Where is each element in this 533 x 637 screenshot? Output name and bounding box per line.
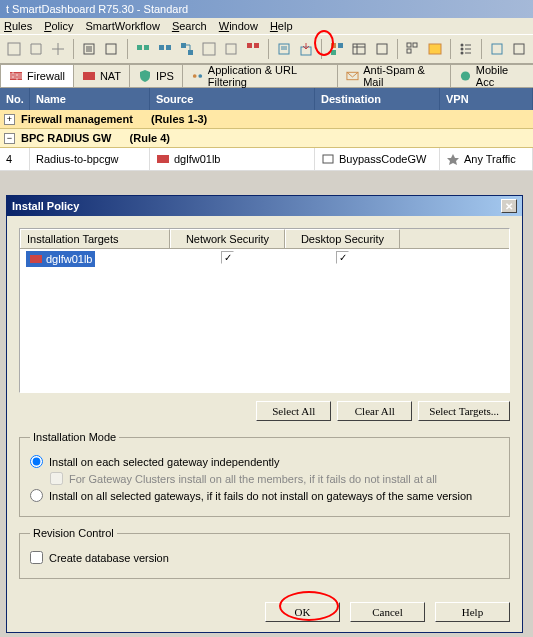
menu-policy[interactable]: Policy xyxy=(44,20,73,32)
tb-icon-12[interactable] xyxy=(274,38,294,60)
tb-icon-20[interactable] xyxy=(487,38,507,60)
th-desktop[interactable]: Desktop Security xyxy=(285,229,400,248)
svg-rect-36 xyxy=(323,155,333,163)
svg-rect-21 xyxy=(413,43,417,47)
svg-point-31 xyxy=(193,74,197,78)
rules-grid: No. Name Source Destination VPN + Firewa… xyxy=(0,88,533,171)
help-button[interactable]: Help xyxy=(435,602,510,622)
tb-icon-15[interactable] xyxy=(349,38,369,60)
tb-icon-5[interactable] xyxy=(101,38,121,60)
svg-rect-20 xyxy=(407,43,411,47)
tb-icon-9[interactable] xyxy=(199,38,219,60)
svg-rect-7 xyxy=(181,43,186,48)
svg-rect-9 xyxy=(203,43,215,55)
svg-rect-17 xyxy=(331,50,336,55)
tb-icon-21[interactable] xyxy=(509,38,529,60)
menu-search[interactable]: Search xyxy=(172,20,207,32)
tb-icon-17[interactable] xyxy=(403,38,423,60)
svg-rect-6 xyxy=(166,45,171,50)
rule-no: 4 xyxy=(0,148,30,171)
close-icon[interactable]: ✕ xyxy=(501,199,517,213)
tb-icon-2[interactable] xyxy=(26,38,46,60)
menu-window[interactable]: Window xyxy=(219,20,258,32)
radio-independent[interactable] xyxy=(30,455,43,468)
col-source[interactable]: Source xyxy=(150,88,315,110)
svg-rect-37 xyxy=(30,255,42,263)
collapse-icon[interactable]: − xyxy=(4,133,15,144)
svg-rect-10 xyxy=(226,44,236,54)
tb-icon-16[interactable] xyxy=(372,38,392,60)
svg-point-25 xyxy=(460,48,463,51)
svg-rect-12 xyxy=(254,43,259,48)
tb-icon-11[interactable] xyxy=(243,38,263,60)
rule-row-4[interactable]: 4 Radius-to-bpcgw dglfw01lb BuypassCodeG… xyxy=(0,148,533,171)
svg-rect-11 xyxy=(247,43,252,48)
tb-icon-4[interactable] xyxy=(79,38,99,60)
install-policy-icon[interactable] xyxy=(296,38,316,60)
installation-mode-fieldset: Installation Mode Install on each select… xyxy=(19,431,510,517)
th-network[interactable]: Network Security xyxy=(170,229,285,248)
tb-icon-18[interactable] xyxy=(425,38,445,60)
dialog-titlebar[interactable]: Install Policy ✕ xyxy=(7,196,522,216)
select-targets-button[interactable]: Select Targets... xyxy=(418,401,510,421)
tb-icon-6[interactable] xyxy=(132,38,152,60)
tb-icon-7[interactable] xyxy=(155,38,175,60)
menu-bar: Rules Policy SmartWorkflow Search Window… xyxy=(0,18,533,34)
tb-icon-1[interactable] xyxy=(4,38,24,60)
svg-rect-27 xyxy=(492,44,502,54)
svg-rect-8 xyxy=(188,50,193,55)
chk-desktop[interactable]: ✓ xyxy=(336,251,349,264)
install-policy-dialog: Install Policy ✕ Installation Targets Ne… xyxy=(6,195,523,633)
window-titlebar: t SmartDashboard R75.30 - Standard xyxy=(0,0,533,18)
expand-icon[interactable]: + xyxy=(4,114,15,125)
tab-nat[interactable]: NAT xyxy=(73,64,130,87)
svg-rect-19 xyxy=(377,44,387,54)
menu-help[interactable]: Help xyxy=(270,20,293,32)
tab-appurl[interactable]: Application & URL Filtering xyxy=(182,64,338,87)
menu-workflow[interactable]: SmartWorkflow xyxy=(86,20,160,32)
tab-antispam[interactable]: Anti-Spam & Mail xyxy=(337,64,451,87)
tb-icon-19[interactable] xyxy=(456,38,476,60)
clear-all-button[interactable]: Clear All xyxy=(337,401,412,421)
svg-rect-18 xyxy=(353,44,365,54)
rule-name: Radius-to-bpcgw xyxy=(30,148,150,171)
col-no[interactable]: No. xyxy=(0,88,30,110)
menu-rules[interactable]: Rules xyxy=(4,20,32,32)
rule-vpn: Any Traffic xyxy=(440,148,533,171)
tb-icon-14[interactable] xyxy=(327,38,347,60)
radio-all-gateways[interactable] xyxy=(30,489,43,502)
svg-rect-5 xyxy=(159,45,164,50)
targets-list: Installation Targets Network Security De… xyxy=(19,228,510,393)
feature-tabs: Firewall NAT IPS Application & URL Filte… xyxy=(0,64,533,88)
svg-point-34 xyxy=(461,71,470,80)
chk-network[interactable]: ✓ xyxy=(221,251,234,264)
svg-rect-16 xyxy=(338,43,343,48)
tb-icon-8[interactable] xyxy=(177,38,197,60)
svg-rect-15 xyxy=(331,43,336,48)
col-vpn[interactable]: VPN xyxy=(440,88,533,110)
th-targets[interactable]: Installation Targets xyxy=(20,229,170,248)
rule-dest: BuypassCodeGW xyxy=(315,148,440,171)
cancel-button[interactable]: Cancel xyxy=(350,602,425,622)
col-destination[interactable]: Destination xyxy=(315,88,440,110)
tb-icon-10[interactable] xyxy=(221,38,241,60)
svg-rect-28 xyxy=(514,44,524,54)
ok-button[interactable]: OK xyxy=(265,602,340,622)
tab-ips[interactable]: IPS xyxy=(129,64,183,87)
tab-mobile[interactable]: Mobile Acc xyxy=(450,64,533,87)
section-firewall-mgmt[interactable]: + Firewall management (Rules 1-3) xyxy=(0,110,533,129)
svg-rect-35 xyxy=(157,155,169,163)
section-bpc-radius[interactable]: − BPC RADIUS GW (Rule 4) xyxy=(0,129,533,148)
select-all-button[interactable]: Select All xyxy=(256,401,331,421)
toolbar xyxy=(0,34,533,64)
svg-point-24 xyxy=(460,44,463,47)
svg-rect-30 xyxy=(83,72,95,80)
svg-rect-2 xyxy=(106,44,116,54)
col-name[interactable]: Name xyxy=(30,88,150,110)
tab-firewall[interactable]: Firewall xyxy=(0,64,74,87)
svg-rect-3 xyxy=(137,45,142,50)
target-row[interactable]: dglfw01lb ✓ ✓ xyxy=(20,249,509,270)
tb-icon-3[interactable] xyxy=(48,38,68,60)
chk-create-db[interactable] xyxy=(30,551,43,564)
svg-rect-0 xyxy=(8,43,20,55)
